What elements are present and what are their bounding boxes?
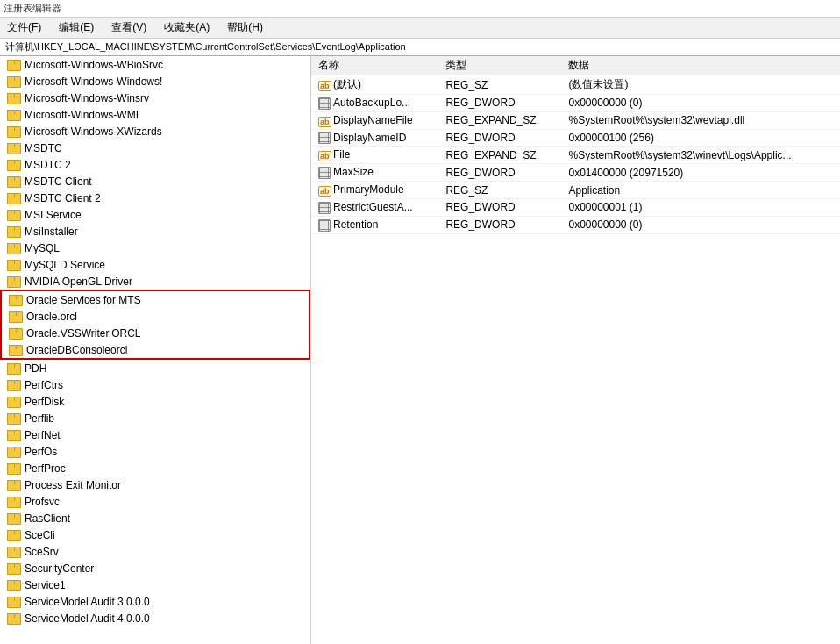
tree-item-label: Microsoft-Windows-WMI: [25, 109, 139, 121]
tree-item-label: OracleDBConsoleorcl: [26, 344, 127, 356]
registry-name: DisplayNameID: [311, 129, 438, 147]
string-icon: [318, 184, 331, 197]
registry-type: REG_EXPAND_SZ: [438, 147, 561, 164]
col-name: 名称: [311, 56, 438, 75]
tree-item[interactable]: MSI Service: [0, 206, 310, 223]
menu-view[interactable]: 查看(V): [108, 19, 150, 36]
title-bar: 注册表编辑器: [0, 0, 840, 18]
tree-item[interactable]: SecurityCenter: [0, 560, 310, 576]
table-row[interactable]: FileREG_EXPAND_SZ%SystemRoot%\system32\w…: [311, 147, 840, 164]
table-row[interactable]: RetentionREG_DWORD0x00000000 (0): [311, 216, 840, 233]
tree-item[interactable]: MSDTC Client: [0, 173, 310, 190]
tree-item-label: PerfDisk: [25, 396, 64, 408]
folder-icon: [7, 225, 21, 238]
tree-item[interactable]: Service1: [0, 576, 310, 593]
tree-item[interactable]: Perflib: [0, 410, 310, 426]
folder-icon: [7, 192, 21, 204]
menu-edit[interactable]: 编辑(E): [55, 19, 97, 36]
registry-name: AutoBackupLo...: [311, 95, 438, 112]
tree-item-label: PerfNet: [25, 429, 61, 441]
folder-icon: [7, 446, 21, 458]
tree-item[interactable]: RasClient: [0, 510, 310, 526]
tree-item[interactable]: Microsoft-Windows-Winsrv: [0, 89, 310, 106]
dword-icon: [318, 167, 331, 179]
tree-item[interactable]: Microsoft-Windows-XWizards: [0, 123, 310, 140]
col-data: 数据: [561, 56, 840, 75]
table-row[interactable]: DisplayNameIDREG_DWORD0x00000100 (256): [311, 129, 840, 147]
folder-icon: [7, 396, 21, 408]
tree-item[interactable]: PerfProc: [0, 460, 310, 476]
tree-item[interactable]: MySQLD Service: [0, 256, 310, 273]
main-content: Microsoft-Windows-WBioSrvcMicrosoft-Wind…: [0, 56, 840, 644]
tree-item[interactable]: MySQL: [0, 240, 310, 256]
string-icon: [318, 115, 331, 127]
tree-item[interactable]: PerfCtrs: [0, 376, 310, 393]
tree-item-label: MySQL: [25, 242, 60, 254]
registry-data: 0x00000000 (0): [561, 95, 840, 112]
folder-icon: [7, 175, 21, 188]
tree-item-label: MsiInstaller: [25, 225, 78, 238]
right-panel[interactable]: 名称 类型 数据 (默认)REG_SZ(数值未设置)AutoBackupLo..…: [311, 56, 840, 644]
tree-item[interactable]: MSDTC: [0, 140, 310, 156]
tree-item[interactable]: Profsvc: [0, 493, 310, 510]
tree-item[interactable]: MsiInstaller: [0, 223, 310, 240]
menu-help[interactable]: 帮助(H): [224, 19, 267, 36]
tree-item[interactable]: MSDTC Client 2: [0, 190, 310, 206]
table-row[interactable]: (默认)REG_SZ(数值未设置): [311, 75, 840, 95]
tree-item[interactable]: MSDTC 2: [0, 156, 310, 173]
registry-name: Retention: [311, 216, 438, 233]
tree-item-label: ServiceModel Audit 4.0.0.0: [25, 612, 150, 625]
folder-icon: [7, 579, 21, 591]
tree-item[interactable]: SceSrv: [0, 543, 310, 560]
tree-item[interactable]: Microsoft-Windows-WBioSrvc: [0, 56, 310, 73]
dword-icon: [318, 202, 331, 214]
tree-item[interactable]: Oracle.VSSWriter.ORCL: [2, 325, 309, 341]
tree-item[interactable]: Process Exit Monitor: [0, 476, 310, 493]
oracle-group: Oracle Services for MTSOracle.orclOracle…: [0, 290, 310, 360]
registry-table: 名称 类型 数据 (默认)REG_SZ(数值未设置)AutoBackupLo..…: [311, 56, 840, 234]
registry-type: REG_DWORD: [438, 95, 561, 112]
folder-icon: [9, 311, 23, 323]
tree-item[interactable]: ServiceModel Audit 3.0.0.0: [0, 593, 310, 610]
registry-type: REG_DWORD: [438, 164, 561, 182]
registry-data: 0x01400000 (20971520): [561, 164, 840, 182]
menu-favorites[interactable]: 收藏夹(A): [160, 19, 213, 36]
table-row[interactable]: PrimaryModuleREG_SZApplication: [311, 182, 840, 199]
table-row[interactable]: MaxSizeREG_DWORD0x01400000 (20971520): [311, 164, 840, 182]
menu-file[interactable]: 文件(F): [4, 19, 45, 36]
folder-icon: [7, 529, 21, 541]
tree-item[interactable]: PerfDisk: [0, 393, 310, 410]
tree-item-label: Microsoft-Windows-XWizards: [25, 125, 162, 138]
tree-panel[interactable]: Microsoft-Windows-WBioSrvcMicrosoft-Wind…: [0, 56, 311, 644]
registry-name: MaxSize: [311, 164, 438, 182]
registry-data: (数值未设置): [561, 75, 840, 95]
folder-icon: [7, 379, 21, 391]
tree-item[interactable]: SceCli: [0, 526, 310, 543]
tree-item-label: SceCli: [25, 529, 55, 541]
folder-icon: [7, 142, 21, 154]
table-row[interactable]: AutoBackupLo...REG_DWORD0x00000000 (0): [311, 95, 840, 112]
registry-name: (默认): [311, 75, 438, 95]
tree-item[interactable]: Oracle Services for MTS: [2, 291, 309, 308]
table-row[interactable]: DisplayNameFileREG_EXPAND_SZ%SystemRoot%…: [311, 111, 840, 129]
tree-item[interactable]: PerfOs: [0, 443, 310, 460]
tree-item-label: NVIDIA OpenGL Driver: [25, 275, 132, 288]
tree-item[interactable]: Oracle.orcl: [2, 308, 309, 325]
tree-item[interactable]: OracleDBConsoleorcl: [2, 341, 309, 358]
tree-item-label: Process Exit Monitor: [25, 479, 121, 491]
registry-name: PrimaryModule: [311, 182, 438, 199]
tree-item[interactable]: ServiceModel Audit 4.0.0.0: [0, 610, 310, 626]
dword-icon: [318, 97, 331, 110]
tree-item[interactable]: PDH: [0, 360, 310, 376]
folder-icon: [7, 462, 21, 475]
tree-item[interactable]: Microsoft-Windows-WMI: [0, 106, 310, 123]
table-row[interactable]: RestrictGuestA...REG_DWORD0x00000001 (1): [311, 198, 840, 216]
tree-item-label: Microsoft-Windows-WBioSrvc: [25, 59, 163, 71]
registry-data: Application: [561, 182, 840, 199]
tree-item-label: MSI Service: [25, 209, 82, 221]
registry-data: %SystemRoot%\system32\wevtapi.dll: [561, 111, 840, 129]
tree-item[interactable]: Microsoft-Windows-Windows!: [0, 73, 310, 89]
folder-icon: [7, 275, 21, 288]
tree-item[interactable]: NVIDIA OpenGL Driver: [0, 273, 310, 290]
tree-item[interactable]: PerfNet: [0, 426, 310, 443]
